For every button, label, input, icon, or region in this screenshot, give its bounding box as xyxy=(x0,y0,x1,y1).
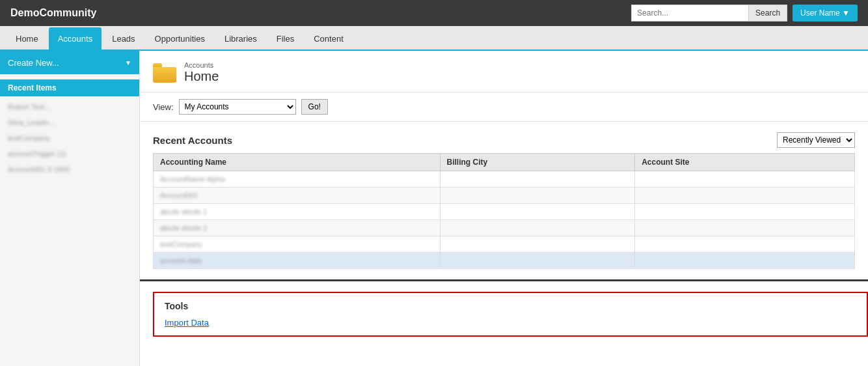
main-layout: Create New... ▼ Recent Items Robert Test… xyxy=(0,51,868,366)
recent-items-heading: Recent Items xyxy=(0,79,139,96)
table-row: testCompany xyxy=(154,236,855,253)
table-row: account-data xyxy=(154,253,855,269)
accounts-table: Accounting Name Billing City Account Sit… xyxy=(153,153,855,269)
col-header-site: Account Site xyxy=(635,154,855,171)
import-data-link[interactable]: Import Data xyxy=(165,318,209,328)
page-header-text: Accounts Home xyxy=(184,61,219,84)
col-header-city: Billing City xyxy=(440,154,635,171)
account-name[interactable]: abcde abcde 1 xyxy=(154,204,441,220)
tools-title: Tools xyxy=(165,301,856,311)
table-row: AccountName Alpha xyxy=(154,171,855,188)
billing-city xyxy=(440,171,635,188)
nav-item-files[interactable]: Files xyxy=(267,27,303,49)
recent-item[interactable]: Robert Test... xyxy=(0,99,139,115)
table-row: abcde abcde 1 xyxy=(154,204,855,220)
recent-items-list: Robert Test... Silva_Leadin... testCompa… xyxy=(0,96,139,180)
recent-item[interactable]: Silva_Leadin... xyxy=(0,115,139,130)
top-header: DemoCommunity Search User Name ▼ xyxy=(0,0,868,26)
account-name[interactable]: abcde abcde 2 xyxy=(154,220,441,236)
recent-item[interactable]: Account001 0 1000 xyxy=(0,162,139,177)
search-box: Search xyxy=(631,5,787,21)
account-site xyxy=(635,220,855,236)
recent-item[interactable]: accountTrigger (1) xyxy=(0,146,139,162)
account-site xyxy=(635,253,855,269)
nav-item-leads[interactable]: Leads xyxy=(103,27,144,49)
billing-city xyxy=(440,204,635,220)
billing-city xyxy=(440,236,635,253)
dropdown-arrow-icon: ▼ xyxy=(125,59,131,66)
account-site xyxy=(635,188,855,204)
account-name[interactable]: Account001 xyxy=(154,188,441,204)
content-area: Accounts Home View: My Accounts All Acco… xyxy=(140,51,868,366)
user-menu-button[interactable]: User Name ▼ xyxy=(793,5,858,21)
account-site xyxy=(635,236,855,253)
account-name[interactable]: AccountName Alpha xyxy=(154,171,441,188)
go-button[interactable]: Go! xyxy=(301,99,328,115)
table-row: abcde abcde 2 xyxy=(154,220,855,236)
section-divider xyxy=(140,279,868,281)
account-site xyxy=(635,171,855,188)
view-label: View: xyxy=(153,102,174,112)
table-section: Recent Accounts Recently Viewed All Time… xyxy=(140,122,868,279)
account-name[interactable]: account-data xyxy=(154,253,441,269)
search-button[interactable]: Search xyxy=(748,5,787,21)
app-title: DemoCommunity xyxy=(10,7,96,19)
col-header-name: Accounting Name xyxy=(154,154,441,171)
nav-item-content[interactable]: Content xyxy=(305,27,353,49)
billing-city xyxy=(440,253,635,269)
view-row: View: My Accounts All Accounts Recently … xyxy=(140,92,868,122)
folder-icon xyxy=(153,63,176,83)
view-select[interactable]: My Accounts All Accounts Recently Viewed xyxy=(179,99,296,115)
table-section-title: Recent Accounts xyxy=(153,135,232,146)
create-new-button[interactable]: Create New... ▼ xyxy=(0,51,139,74)
billing-city xyxy=(440,220,635,236)
account-name[interactable]: testCompany xyxy=(154,236,441,253)
table-header-row: Recent Accounts Recently Viewed All Time xyxy=(153,132,855,148)
nav-bar: Home Accounts Leads Opportunities Librar… xyxy=(0,26,868,51)
recently-viewed-dropdown: Recently Viewed All Time xyxy=(777,132,855,148)
nav-item-opportunities[interactable]: Opportunities xyxy=(146,27,214,49)
recent-item[interactable]: testCompany xyxy=(0,130,139,146)
search-input[interactable] xyxy=(631,5,748,21)
account-site xyxy=(635,204,855,220)
tools-box: Tools Import Data xyxy=(153,292,868,337)
tools-section: Tools Import Data xyxy=(140,292,868,347)
breadcrumb: Accounts xyxy=(184,61,219,69)
page-title: Home xyxy=(184,69,219,84)
nav-item-home[interactable]: Home xyxy=(7,27,47,49)
billing-city xyxy=(440,188,635,204)
sidebar: Create New... ▼ Recent Items Robert Test… xyxy=(0,51,140,366)
recently-viewed-select[interactable]: Recently Viewed All Time xyxy=(777,132,855,148)
table-row: Account001 xyxy=(154,188,855,204)
nav-item-libraries[interactable]: Libraries xyxy=(215,27,266,49)
nav-item-accounts[interactable]: Accounts xyxy=(49,27,102,49)
page-header: Accounts Home xyxy=(140,51,868,92)
header-right: Search User Name ▼ xyxy=(631,5,858,21)
